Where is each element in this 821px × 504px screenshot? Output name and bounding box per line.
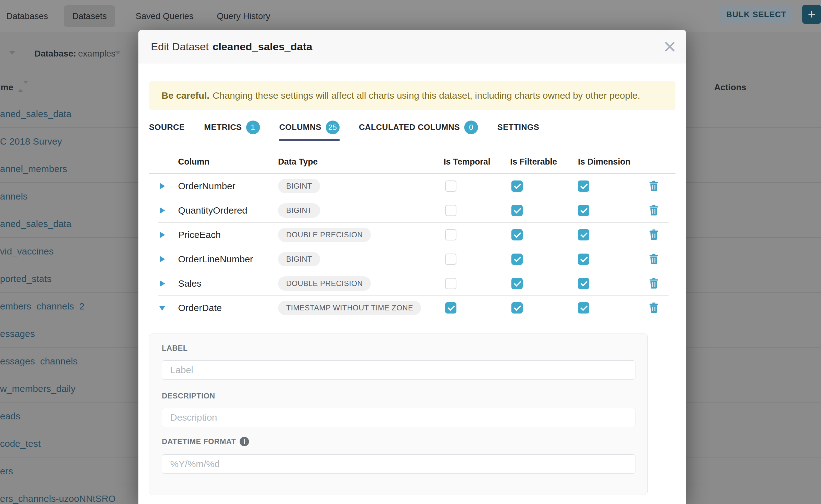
database-filter-label: Database: [34,49,76,59]
data-type-pill: TIMESTAMP WITHOUT TIME ZONE [278,301,421,315]
column-name: PriceEach [178,223,221,247]
expand-caret-icon[interactable] [160,256,165,262]
dataset-link[interactable]: essages_channels [0,356,78,367]
is-dimension-checkbox[interactable] [578,254,589,265]
metrics-count-badge: 1 [246,121,260,134]
database-filter-caret-icon[interactable] [115,51,121,55]
expand-caret-icon[interactable] [160,280,165,287]
datetime-format-field-label: DATETIME FORMAT i [162,437,249,446]
is-dimension-checkbox[interactable] [578,229,589,240]
tab-label: SETTINGS [497,122,539,132]
collapse-caret-icon[interactable] [159,306,165,311]
sort-icon[interactable] [18,84,23,89]
expand-caret-icon[interactable] [160,183,165,189]
filter-dropdown-caret-icon[interactable] [9,51,15,55]
tab-calculated-columns[interactable]: CALCULATED COLUMNS 0 [359,114,478,141]
warning-banner: Be careful. Changing these settings will… [149,81,675,110]
is-filterable-checkbox[interactable] [512,229,523,240]
warning-text: Changing these settings will affect all … [212,90,640,101]
label-text: LABEL [162,344,188,353]
add-dataset-button[interactable]: + [802,5,821,24]
delete-column-icon[interactable] [648,277,660,290]
dataset-link[interactable]: ers_channels-uzooNNtSRO [0,493,116,504]
is-filterable-checkbox[interactable] [512,302,523,314]
is-filterable-checkbox[interactable] [512,205,523,216]
column-row: QuantityOrdered BIGINT [138,198,686,223]
dataset-link[interactable]: ers [0,466,13,477]
modal-header: Edit Dataset cleaned_sales_data [138,30,686,63]
dataset-link[interactable]: ported_stats [0,274,52,284]
dataset-link[interactable]: annel_members [0,164,67,174]
dataset-link[interactable]: aned_sales_data [0,219,72,229]
data-type-pill: BIGINT [278,252,320,266]
modal-title: Edit Dataset cleaned_sales_data [151,30,312,63]
label-field-label: LABEL [162,344,188,353]
warning-bold: Be careful. [161,90,209,101]
dataset-link[interactable]: vid_vaccines [0,246,54,257]
delete-column-icon[interactable] [648,253,660,265]
delete-column-icon[interactable] [648,180,660,192]
dataset-link[interactable]: embers_channels_2 [0,301,84,312]
data-type-pill: BIGINT [278,179,320,193]
is-temporal-checkbox[interactable] [445,180,457,192]
column-name: QuantityOrdered [178,198,247,223]
close-icon[interactable] [663,40,677,53]
dataset-link[interactable]: aned_sales_data [0,109,72,119]
calculated-columns-count-badge: 0 [464,121,478,134]
is-dimension-checkbox[interactable] [578,180,589,192]
data-type-pill: DOUBLE PRECISION [278,276,371,291]
info-icon[interactable]: i [240,437,249,446]
column-row: OrderNumber BIGINT [138,174,686,198]
columns-count-badge: 25 [326,121,339,134]
dataset-link[interactable]: eads [0,411,20,422]
bulk-select-button[interactable]: BULK SELECT [719,6,794,23]
column-name: OrderDate [178,296,222,320]
dataset-link[interactable]: w_members_daily [0,383,76,394]
tab-columns[interactable]: COLUMNS 25 [279,114,339,141]
label-text: DATETIME FORMAT [162,437,236,446]
dataset-link[interactable]: annels [0,191,27,202]
dataset-link[interactable]: code_test [0,438,41,449]
is-dimension-checkbox[interactable] [578,302,589,314]
tab-metrics[interactable]: METRICS 1 [204,114,260,141]
label-text: DESCRIPTION [162,392,215,400]
data-type-pill: BIGINT [278,203,320,218]
nav-item-databases[interactable]: Databases [6,0,48,32]
header-column: Column [178,157,210,167]
tab-settings[interactable]: SETTINGS [497,114,539,141]
is-temporal-checkbox[interactable] [445,254,457,265]
nav-item-saved-queries[interactable]: Saved Queries [136,0,193,32]
is-dimension-checkbox[interactable] [578,278,589,289]
tab-label: METRICS [204,122,242,132]
is-dimension-checkbox[interactable] [578,205,589,216]
expand-caret-icon[interactable] [160,232,165,238]
delete-column-icon[interactable] [648,302,660,314]
is-temporal-checkbox[interactable] [445,302,457,314]
delete-column-icon[interactable] [648,229,660,241]
edit-dataset-modal: Edit Dataset cleaned_sales_data Be caref… [138,30,686,504]
tab-source[interactable]: SOURCE [149,114,185,141]
column-name: OrderNumber [178,174,235,198]
is-temporal-checkbox[interactable] [445,229,457,240]
datetime-format-field[interactable] [162,454,636,474]
description-field[interactable] [162,408,636,427]
delete-column-icon[interactable] [648,204,660,217]
label-field[interactable] [162,360,636,380]
tab-label: COLUMNS [279,122,321,132]
is-filterable-checkbox[interactable] [512,180,523,192]
nav-item-datasets[interactable]: Datasets [64,5,115,27]
expand-caret-icon[interactable] [160,207,165,214]
is-filterable-checkbox[interactable] [512,254,523,265]
is-temporal-checkbox[interactable] [445,278,457,289]
is-filterable-checkbox[interactable] [512,278,523,289]
header-data-type: Data Type [278,157,318,167]
header-is-filterable: Is Filterable [510,157,557,167]
nav-item-query-history[interactable]: Query History [217,0,270,32]
dataset-link[interactable]: C 2018 Survey [0,136,62,147]
dataset-link[interactable]: essages [0,329,35,339]
database-filter-value[interactable]: examples [78,49,116,59]
actions-column-header: Actions [714,82,746,92]
is-temporal-checkbox[interactable] [445,205,457,216]
header-is-temporal: Is Temporal [444,157,491,167]
screen: Databases Datasets Saved Queries Query H… [0,0,821,504]
